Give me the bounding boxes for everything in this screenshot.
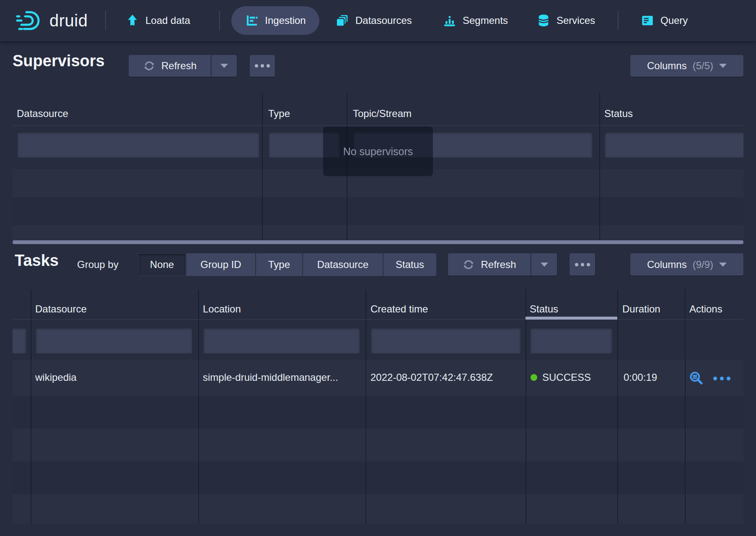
druid-logo-text: druid	[49, 11, 88, 30]
column-divider	[31, 289, 31, 523]
table-row	[13, 429, 743, 461]
group-by-status-button[interactable]: Status	[383, 253, 436, 276]
column-header-duration[interactable]: Duration	[622, 303, 660, 315]
status-filter-input[interactable]	[604, 131, 743, 158]
group-by-none-button[interactable]: None	[138, 253, 186, 276]
empty-state-message: No supervisors	[343, 146, 413, 158]
nav-divider	[219, 11, 220, 30]
more-icon	[575, 263, 590, 266]
more-icon	[255, 64, 270, 68]
column-divider	[365, 289, 366, 523]
query-icon	[640, 13, 655, 28]
tasks-more-button[interactable]	[570, 253, 595, 276]
nav-item-label: Services	[557, 15, 595, 26]
upload-icon	[125, 13, 140, 28]
cell-duration: 0:00:19	[624, 372, 657, 383]
table-row	[13, 225, 743, 240]
task-details-icon[interactable]	[689, 371, 704, 386]
column-divider	[685, 289, 686, 523]
table-row	[13, 461, 743, 494]
status-sort-indicator	[526, 317, 617, 320]
nav-item-ingestion[interactable]: Ingestion	[231, 6, 319, 35]
group-by-group-id-button[interactable]: Group ID	[186, 253, 255, 276]
refresh-label: Refresh	[481, 259, 516, 271]
tasks-refresh-button[interactable]: Refresh	[448, 253, 531, 276]
chevron-down-icon	[719, 263, 727, 267]
cell-actions	[689, 366, 743, 391]
cell-location: simple-druid-middlemanager...	[203, 372, 338, 383]
task-id-filter-input[interactable]	[13, 327, 27, 354]
created-time-filter-input[interactable]	[370, 327, 521, 354]
table-row	[13, 396, 743, 429]
druid-logo[interactable]: druid	[16, 0, 88, 41]
cell-created-time: 2022-08-02T07:42:47.638Z	[370, 372, 493, 383]
header-divider	[13, 319, 743, 320]
table-row	[13, 494, 743, 523]
column-divider	[198, 289, 199, 523]
tasks-table: Datasource Location Created time Status …	[13, 289, 743, 523]
tasks-title: Tasks	[15, 252, 59, 270]
empty-state-overlay: No supervisors	[323, 127, 433, 176]
top-nav: druid Load data Ingestion	[0, 0, 756, 41]
supervisors-refresh-dropdown-button[interactable]	[211, 55, 237, 77]
column-header-created-time[interactable]: Created time	[370, 303, 428, 315]
nav-item-label: Segments	[463, 15, 508, 26]
supervisors-refresh-button[interactable]: Refresh	[129, 55, 211, 77]
services-icon	[536, 13, 551, 28]
header-divider	[13, 125, 743, 126]
nav-item-label: Datasources	[355, 15, 412, 26]
druid-console: druid Load data Ingestion	[0, 0, 756, 536]
chevron-down-icon	[220, 64, 228, 68]
column-header-datasource[interactable]: Datasource	[17, 108, 68, 120]
nav-item-load-data[interactable]: Load data	[125, 0, 190, 41]
supervisors-more-button[interactable]	[250, 55, 275, 77]
datasource-filter-input[interactable]	[35, 327, 193, 354]
cell-status: SUCCESS	[531, 372, 591, 383]
columns-label: Columns	[647, 60, 687, 72]
nav-item-query[interactable]: Query	[640, 0, 688, 41]
horizontal-scrollbar[interactable]	[13, 240, 743, 244]
location-filter-input[interactable]	[203, 327, 360, 354]
columns-count: (5/5)	[693, 60, 713, 72]
group-by-datasource-button[interactable]: Datasource	[302, 253, 383, 276]
column-divider	[617, 289, 618, 523]
column-header-type[interactable]: Type	[268, 108, 290, 120]
task-actions-more-icon[interactable]	[713, 377, 730, 380]
segments-icon	[443, 13, 457, 28]
nav-item-datasources[interactable]: Datasources	[335, 0, 412, 41]
datasources-icon	[335, 13, 350, 28]
column-header-location[interactable]: Location	[203, 303, 241, 315]
nav-item-services[interactable]: Services	[536, 0, 595, 41]
cell-datasource: wikipedia	[35, 372, 77, 383]
column-header-status[interactable]: Status	[604, 108, 633, 120]
column-header-topic-stream[interactable]: Topic/Stream	[353, 108, 412, 120]
chevron-down-icon	[719, 64, 727, 68]
column-divider	[526, 289, 526, 523]
status-filter-input[interactable]	[530, 327, 613, 354]
druid-logo-icon	[16, 10, 44, 31]
nav-item-label: Load data	[145, 15, 190, 26]
group-by-label: Group by	[77, 259, 119, 271]
refresh-label: Refresh	[161, 60, 197, 72]
ingestion-icon	[245, 13, 259, 28]
nav-item-label: Ingestion	[265, 15, 306, 26]
supervisors-title: Supervisors	[13, 52, 105, 70]
chevron-down-icon	[541, 263, 548, 267]
columns-label: Columns	[647, 259, 687, 271]
supervisors-table: Datasource Type Topic/Stream Status No s…	[13, 93, 743, 240]
column-header-actions[interactable]: Actions	[689, 303, 722, 315]
nav-divider	[105, 11, 106, 30]
column-divider	[262, 93, 263, 240]
column-header-status[interactable]: Status	[530, 303, 558, 315]
tasks-columns-button[interactable]: Columns (9/9)	[630, 253, 743, 276]
tasks-refresh-dropdown-button[interactable]	[531, 253, 557, 276]
status-badge: SUCCESS	[542, 372, 591, 383]
datasource-filter-input[interactable]	[17, 131, 260, 158]
nav-item-segments[interactable]: Segments	[443, 0, 508, 41]
supervisors-columns-button[interactable]: Columns (5/5)	[630, 55, 743, 77]
success-status-icon	[531, 374, 537, 381]
column-header-datasource[interactable]: Datasource	[35, 303, 87, 315]
column-divider	[599, 93, 600, 240]
nav-divider	[618, 11, 619, 30]
group-by-type-button[interactable]: Type	[255, 253, 302, 276]
